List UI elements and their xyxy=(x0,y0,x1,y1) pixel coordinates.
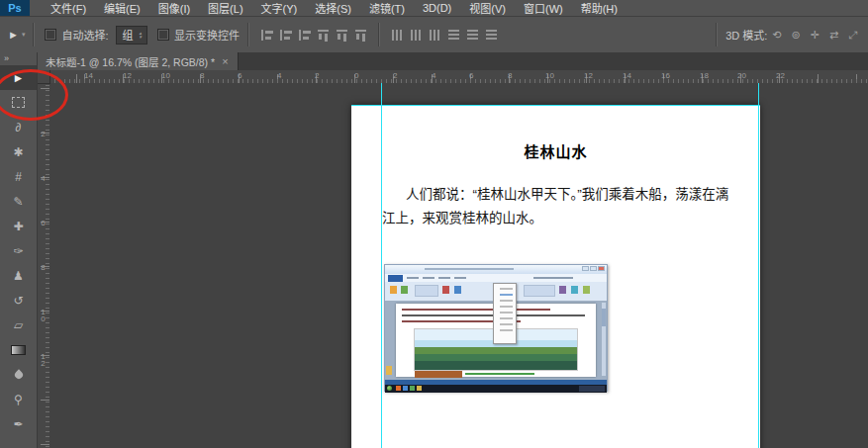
tool-rect-marquee[interactable] xyxy=(0,90,37,115)
tool-move[interactable]: ► xyxy=(0,65,37,90)
spinner-arrows-icon: ▴▾ xyxy=(139,31,142,39)
3d-mode-group: 3D 模式: ⟲ ⊚ ✛ ⇄ ⤢ xyxy=(708,23,862,46)
photoshop-window: Ps 文件(F) 编辑(E) 图像(I) 图层(L) 文字(Y) 选择(S) 滤… xyxy=(0,0,868,448)
3d-pan-icon[interactable]: ✛ xyxy=(811,29,820,42)
collapse-panel-button[interactable]: » xyxy=(0,52,37,65)
tool-history-brush[interactable]: ↺ xyxy=(0,288,37,313)
menu-type[interactable]: 文字(Y) xyxy=(252,0,307,16)
tool-dodge[interactable]: ⚲ xyxy=(0,387,37,411)
3d-orbit-icon[interactable]: ⟲ xyxy=(772,29,781,42)
options-bar: ► ▾ 自动选择: 组 ▴▾ 显示变换控件 3D 模式: ⟲ xyxy=(0,17,868,53)
distribute-h-centers-icon[interactable] xyxy=(409,29,424,42)
clone-stamp-tool-icon: ♟ xyxy=(13,269,24,283)
show-transform-checkbox[interactable] xyxy=(157,29,169,41)
gradient-tool-icon xyxy=(11,345,26,355)
pen-tool-icon: ✒ xyxy=(13,417,23,431)
auto-select-checkbox[interactable] xyxy=(45,29,56,41)
3d-slide-icon[interactable]: ⇄ xyxy=(829,29,838,42)
blur-tool-icon xyxy=(13,369,24,380)
menu-window[interactable]: 窗口(W) xyxy=(515,0,572,16)
distribute-bottom-icon[interactable] xyxy=(485,28,498,43)
tool-clone-stamp[interactable]: ♟ xyxy=(0,263,37,288)
align-bottom-edges-icon[interactable] xyxy=(354,28,367,43)
align-top-edges-icon[interactable] xyxy=(317,28,330,43)
auto-select-label: 自动选择: xyxy=(61,27,108,43)
tool-quick-selection[interactable]: ✱ xyxy=(0,139,37,164)
tool-blur[interactable] xyxy=(0,362,37,387)
document-viewport[interactable]: 桂林山水 人们都说：“桂林山水甲天下。”我们乘着木船，荡漾在漓 江上，来观赏桂林… xyxy=(49,83,868,448)
vertical-ruler[interactable]: 2 4 6 8 10 12 xyxy=(37,70,50,448)
distribute-left-icon[interactable] xyxy=(390,29,405,42)
yellow-marker xyxy=(386,366,392,375)
tool-eraser[interactable]: ▱ xyxy=(0,313,37,337)
dropdown-value: 组 xyxy=(122,27,133,43)
menu-3d[interactable]: 3D(D) xyxy=(414,2,460,14)
menu-help[interactable]: 帮助(H) xyxy=(572,0,627,16)
dodge-tool-icon: ⚲ xyxy=(14,393,23,406)
menu-view[interactable]: 视图(V) xyxy=(460,0,515,16)
align-v-centers-icon[interactable] xyxy=(336,28,348,43)
menu-edit[interactable]: 编辑(E) xyxy=(95,0,149,16)
chevron-down-icon: ▾ xyxy=(22,31,26,39)
eyedropper-tool-icon: ✎ xyxy=(13,195,23,209)
menu-file[interactable]: 文件(F) xyxy=(42,0,95,16)
menu-select[interactable]: 选择(S) xyxy=(306,0,360,16)
align-h-centers-icon[interactable] xyxy=(278,29,293,42)
menu-image[interactable]: 图像(I) xyxy=(149,0,199,16)
divider xyxy=(378,23,380,46)
horizontal-ruler[interactable]: 14 12 10 8 6 4 2 0 2 4 6 8 10 12 14 16 1… xyxy=(49,70,868,84)
canvas-area: 14 12 10 8 6 4 2 0 2 4 6 8 10 12 14 16 1… xyxy=(37,70,868,448)
divider xyxy=(247,23,249,46)
tool-lasso[interactable]: ∂ xyxy=(0,115,37,139)
move-tool-icon: ► xyxy=(13,71,25,85)
word-file-tab xyxy=(388,275,403,282)
tool-spot-healing[interactable]: ✚ xyxy=(0,214,37,238)
tools-panel: » ► ∂ ✱ # ✎ ✚ ✑ ♟ ↺ ▱ ⚲ ✒ xyxy=(0,52,38,448)
3d-roll-icon[interactable]: ⊚ xyxy=(792,29,801,42)
photoshop-logo-icon: Ps xyxy=(0,0,30,16)
guide-right[interactable] xyxy=(758,83,759,448)
crop-tool-icon: # xyxy=(15,170,22,184)
orange-caption xyxy=(415,371,462,378)
body-text-line-2: 江上，来观赏桂林的山水。 xyxy=(382,207,542,226)
page-title: 桂林山水 xyxy=(351,140,760,161)
quick-selection-tool-icon: ✱ xyxy=(13,145,23,159)
green-caption-line xyxy=(465,373,534,375)
menu-layer[interactable]: 图层(L) xyxy=(199,0,251,16)
document-tab-bar: 未标题-1 @ 16.7% (图层 2, RGB/8) * × xyxy=(37,52,868,70)
tool-brush[interactable]: ✑ xyxy=(0,238,37,263)
distribute-v-centers-icon[interactable] xyxy=(466,28,479,43)
word-scrollbar xyxy=(602,303,606,376)
distribute-right-icon[interactable] xyxy=(428,29,442,42)
auto-select-target-dropdown[interactable]: 组 ▴▾ xyxy=(116,26,147,45)
tool-pen[interactable]: ✒ xyxy=(0,411,37,436)
tool-gradient[interactable] xyxy=(0,337,37,362)
divider xyxy=(716,23,718,46)
brush-tool-icon: ✑ xyxy=(13,244,23,258)
guide-top[interactable] xyxy=(351,105,760,106)
document-tab[interactable]: 未标题-1 @ 16.7% (图层 2, RGB/8) * × xyxy=(37,52,239,70)
distribute-top-icon[interactable] xyxy=(447,28,460,43)
3d-scale-icon[interactable]: ⤢ xyxy=(848,29,857,42)
healing-tool-icon: ✚ xyxy=(13,220,23,233)
start-orb-icon xyxy=(387,386,392,391)
tool-preset-picker[interactable]: ► ▾ xyxy=(8,29,25,41)
eraser-tool-icon: ▱ xyxy=(14,318,23,332)
tool-crop[interactable]: # xyxy=(0,164,37,189)
align-right-edges-icon[interactable] xyxy=(297,29,312,42)
document-page[interactable]: 桂林山水 人们都说：“桂林山水甲天下。”我们乘着木船，荡漾在漓 江上，来观赏桂林… xyxy=(351,105,760,448)
word-dropdown-menu xyxy=(493,283,517,344)
close-icon[interactable]: × xyxy=(222,55,228,67)
tool-eyedropper[interactable]: ✎ xyxy=(0,189,37,214)
show-transform-label: 显示变换控件 xyxy=(174,27,240,43)
menu-bar: Ps 文件(F) 编辑(E) 图像(I) 图层(L) 文字(Y) 选择(S) 滤… xyxy=(0,0,868,17)
guide-left[interactable] xyxy=(381,83,382,448)
windows-taskbar xyxy=(385,385,607,393)
align-left-edges-icon[interactable] xyxy=(259,29,274,42)
lasso-tool-icon: ∂ xyxy=(16,121,22,134)
body-text-line-1: 人们都说：“桂林山水甲天下。”我们乘着木船，荡漾在漓 xyxy=(406,183,728,203)
menu-filter[interactable]: 滤镜(T) xyxy=(360,0,414,16)
3d-mode-label: 3D 模式: xyxy=(725,27,767,43)
ruler-origin-corner[interactable] xyxy=(37,70,50,84)
marquee-tool-icon xyxy=(12,97,25,108)
